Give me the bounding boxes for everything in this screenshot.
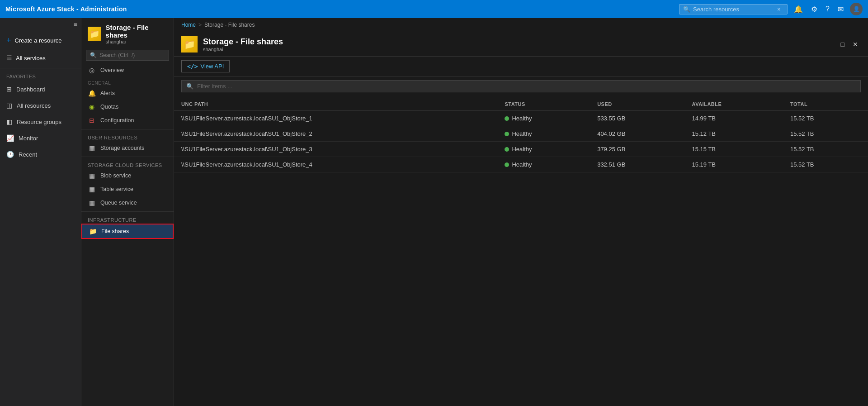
all-services-icon: ☰ [6,54,12,62]
close-button[interactable]: ✕ [850,40,861,49]
status-text: Healthy [512,115,532,122]
queue-service-icon: ▦ [88,199,96,206]
cell-status: Healthy [497,111,590,126]
cell-unc-path: \\SU1FileServer.azurestack.local\SU1_Obj… [174,157,497,172]
cell-used: 379.25 GB [590,142,684,157]
resource-folder-icon: 📁 [88,27,101,41]
filter-input-wrap[interactable]: 🔍 [181,80,861,92]
create-resource-label: Create a resource [15,37,62,44]
dashboard-icon: ⊞ [6,86,12,93]
nav-general-subsection: GENERAL [81,77,174,86]
nav-item-file-shares[interactable]: 📁 File shares [81,224,174,239]
sidebar-item-all-resources[interactable]: ◫ All resources [0,97,81,114]
view-api-button[interactable]: </> View API [181,60,230,72]
nav-item-label: Queue service [100,200,137,206]
table-service-icon: ▦ [88,186,96,193]
search-close-icon[interactable]: × [777,6,781,13]
nav-item-queue-service[interactable]: ▦ Queue service [81,196,174,210]
view-api-icon: </> [187,63,198,70]
sidebar-item-label: All resources [17,102,51,109]
page-subtitle: shanghai [203,47,283,52]
status-dot [505,147,509,152]
sidebar-item-label: Dashboard [16,86,45,93]
col-unc-path: UNC PATH [174,98,497,111]
window-controls: □ ✕ [838,40,861,49]
feedback-icon[interactable]: ✉ [836,3,845,15]
favorites-label: FAVORITES [0,70,81,81]
data-table: UNC PATH STATUS USED AVAILABLE TOTAL \\S… [174,98,868,172]
view-api-label: View API [200,63,224,70]
nav-item-blob-service[interactable]: ▦ Blob service [81,169,174,182]
toolbar: </> View API [174,57,868,76]
nav-item-storage-accounts[interactable]: ▦ Storage accounts [81,141,174,155]
quotas-icon: ◉ [88,103,96,110]
nav-item-quotas[interactable]: ◉ Quotas [81,100,174,114]
col-status: STATUS [497,98,590,111]
nav-item-label: File shares [101,228,129,234]
sidebar-item-dashboard[interactable]: ⊞ Dashboard [0,81,81,97]
nav-item-label: Overview [100,67,124,73]
table-row[interactable]: \\SU1FileServer.azurestack.local\SU1_Obj… [174,111,868,126]
nav-item-table-service[interactable]: ▦ Table service [81,182,174,196]
sidebar-item-label: Resource groups [17,119,61,125]
nav-item-label: Alerts [100,90,115,96]
nav-item-configuration[interactable]: ⊟ Configuration [81,114,174,127]
sidebar-item-recent[interactable]: 🕐 Recent [0,146,81,162]
nav-item-label: Quotas [100,104,118,110]
create-resource-button[interactable]: + Create a resource [0,31,81,50]
table-row[interactable]: \\SU1FileServer.azurestack.local\SU1_Obj… [174,157,868,172]
cell-total: 15.52 TB [783,126,868,142]
col-used: USED [590,98,684,111]
cell-unc-path: \\SU1FileServer.azurestack.local\SU1_Obj… [174,111,497,126]
nav-search-icon: 🔍 [90,52,97,58]
content-header: 📁 Storage - File shares shanghai □ ✕ [174,32,868,57]
maximize-button[interactable]: □ [838,40,847,49]
all-services-label: All services [16,55,46,62]
avatar-icon: 👤 [853,6,860,12]
configuration-icon: ⊟ [88,117,96,124]
plus-icon: + [6,36,11,45]
sidebar-item-label: Recent [19,151,37,158]
nav-user-resources-section: USER RESOURCES [81,131,174,141]
help-icon[interactable]: ? [824,3,831,15]
resource-nav-subtitle: shanghai [106,39,167,44]
all-services-button[interactable]: ☰ All services [0,50,81,66]
filter-icon: 🔍 [186,83,193,90]
nav-item-alerts[interactable]: 🔔 Alerts [81,86,174,100]
cell-status: Healthy [497,157,590,172]
collapse-icon[interactable]: ≡ [74,21,77,28]
resource-nav-search[interactable]: 🔍 [86,50,169,61]
topbar: Microsoft Azure Stack - Administration 🔍… [0,0,868,18]
storage-accounts-icon: ▦ [88,144,96,152]
search-icon: 🔍 [683,6,690,13]
content-folder-icon: 📁 [181,36,198,53]
nav-item-overview[interactable]: ◎ Overview [81,63,174,77]
cell-unc-path: \\SU1FileServer.azurestack.local\SU1_Obj… [174,126,497,142]
sidebar-collapse[interactable]: ≡ [0,18,81,31]
filter-input[interactable] [197,83,856,90]
search-input[interactable] [693,6,774,13]
cell-status: Healthy [497,142,590,157]
cell-used: 404.02 GB [590,126,684,142]
avatar[interactable]: 👤 [850,3,863,15]
table-row[interactable]: \\SU1FileServer.azurestack.local\SU1_Obj… [174,126,868,142]
status-dot [505,132,509,136]
nav-item-label: Blob service [100,172,131,179]
sidebar-item-monitor[interactable]: 📈 Monitor [0,130,81,146]
cell-total: 15.52 TB [783,142,868,157]
search-box[interactable]: 🔍 × [679,4,788,14]
main-layout: ≡ + Create a resource ☰ All services FAV… [0,18,868,406]
content-title-area: 📁 Storage - File shares shanghai [181,36,283,53]
notifications-icon[interactable]: 🔔 [792,3,805,15]
sidebar-item-resource-groups[interactable]: ◧ Resource groups [0,114,81,130]
blob-service-icon: ▦ [88,172,96,179]
sidebar-item-label: Monitor [19,135,38,142]
nav-item-label: Table service [100,186,133,192]
breadcrumb-home[interactable]: Home [181,22,196,28]
alerts-icon: 🔔 [88,90,96,97]
cell-used: 533.55 GB [590,111,684,126]
nav-search-input[interactable] [99,52,163,58]
settings-icon[interactable]: ⚙ [809,3,819,15]
table-row[interactable]: \\SU1FileServer.azurestack.local\SU1_Obj… [174,142,868,157]
filter-bar: 🔍 [174,76,868,96]
